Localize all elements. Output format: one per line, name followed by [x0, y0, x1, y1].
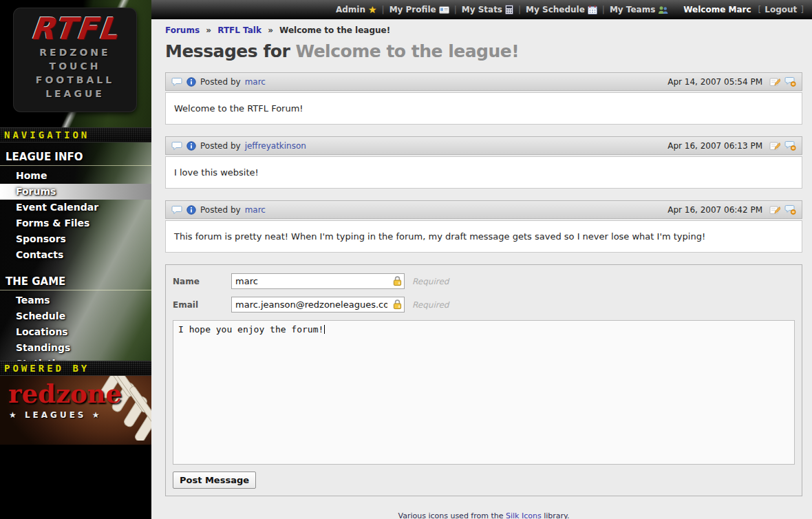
league-logo-acronym: RTFL	[29, 12, 120, 45]
message-textarea[interactable]: I hope you enjoy the forum!	[173, 320, 795, 465]
topbar-separator: |	[518, 5, 521, 14]
message-timestamp: Apr 16, 2007 06:42 PM	[667, 205, 762, 215]
topbar-admin-link[interactable]: Admin ★	[336, 4, 377, 15]
sidebar-nav: LEAGUE INFO Home Forums Event Calendar F…	[0, 142, 151, 361]
topbar-separator: |	[454, 5, 457, 14]
message-header: Posted by marc Apr 14, 2007 05:54 PM	[165, 72, 802, 91]
required-hint: Required	[412, 300, 449, 310]
name-label: Name	[173, 277, 231, 286]
email-row: Email Required	[173, 297, 795, 313]
breadcrumb-forums-link[interactable]: Forums	[165, 25, 200, 35]
sidebar-item-teams[interactable]: Teams	[0, 293, 151, 308]
text-caret	[324, 325, 325, 334]
topbar-my-profile-label: My Profile	[389, 5, 436, 14]
delete-comment-button[interactable]	[784, 204, 796, 215]
reply-form: Name Required Email Required I hope you	[165, 264, 802, 496]
posted-by-label: Posted by	[200, 141, 241, 151]
page-title-topic: Welcome to the league!	[295, 41, 519, 61]
logout-bracket: ]	[800, 5, 804, 14]
page-title-prefix: Messages for	[165, 41, 295, 61]
footer-line-icons: Various icons used from the Silk Icons l…	[165, 508, 802, 519]
name-input-wrap	[231, 273, 405, 289]
posted-by-label: Posted by	[200, 77, 241, 87]
sidebar-item-sponsors[interactable]: Sponsors	[0, 231, 151, 247]
edit-message-button[interactable]	[769, 77, 780, 87]
league-logo[interactable]: RTFL REDZONE TOUCH FOOTBALL LEAGUE	[14, 8, 136, 112]
message-author-link[interactable]: marc	[245, 77, 266, 87]
league-logo-line: FOOTBALL	[14, 73, 136, 87]
sidebar-item-locations[interactable]: Locations	[0, 324, 151, 340]
nav-section-the-game: THE GAME	[0, 271, 151, 290]
welcome-user-label: Welcome Marc	[683, 5, 751, 14]
topbar-my-schedule-link[interactable]: My Schedule	[526, 5, 597, 14]
message-body: Welcome to the RTFL Forum!	[165, 92, 802, 125]
delete-comment-button[interactable]	[784, 76, 796, 87]
delete-comment-button[interactable]	[784, 140, 796, 151]
topbar-my-teams-link[interactable]: My Teams	[610, 5, 668, 14]
message-author-link[interactable]: jeffreyatkinson	[245, 141, 306, 151]
content-area: Forums » RTFL Talk » Welcome to the leag…	[151, 19, 812, 519]
message-header: Posted by marc Apr 16, 2007 06:42 PM	[165, 200, 802, 219]
sidebar-item-event-calendar[interactable]: Event Calendar	[0, 200, 151, 215]
edit-message-button[interactable]	[769, 205, 780, 215]
sidebar-filler	[0, 445, 151, 519]
topbar-my-stats-link[interactable]: My Stats	[462, 5, 513, 14]
message-author-link[interactable]: marc	[245, 205, 266, 215]
page-title: Messages for Welcome to the league!	[165, 41, 802, 61]
footer-text: Various icons used from the	[398, 511, 506, 519]
message-header: Posted by jeffreyatkinson Apr 16, 2007 0…	[165, 136, 802, 155]
sidebar-item-standings[interactable]: Standings	[0, 340, 151, 356]
redzone-leagues-logo[interactable]: redzone ★ LEAGUES ★	[0, 376, 151, 445]
post-message-button[interactable]: Post Message	[173, 472, 256, 489]
logout-button[interactable]: Logout	[765, 5, 797, 14]
breadcrumb-separator: »	[206, 25, 211, 35]
sidebar-logo-area: RTFL REDZONE TOUCH FOOTBALL LEAGUE	[0, 0, 151, 127]
breadcrumb-rtfl-talk-link[interactable]: RTFL Talk	[217, 25, 261, 35]
breadcrumb: Forums » RTFL Talk » Welcome to the leag…	[165, 25, 802, 35]
comment-delete-icon	[784, 204, 796, 215]
breadcrumb-separator: »	[268, 25, 273, 35]
redzone-leagues-text: ★ LEAGUES ★	[9, 410, 102, 420]
message-draft-text: I hope you enjoy the forum!	[178, 324, 323, 335]
message-post: Posted by marc Apr 16, 2007 06:42 PM Thi…	[165, 200, 802, 253]
league-logo-line: REDZONE	[14, 45, 136, 59]
sidebar-item-schedule[interactable]: Schedule	[0, 308, 151, 324]
email-input-wrap	[231, 297, 405, 313]
edit-icon	[769, 205, 780, 215]
message-timestamp: Apr 14, 2007 05:54 PM	[667, 77, 762, 87]
navigation-marquee: NAVIGATION	[0, 127, 151, 142]
league-logo-line: LEAGUE	[14, 87, 136, 100]
calculator-icon	[505, 5, 513, 14]
message-body: This forum is pretty neat! When I'm typi…	[165, 220, 802, 253]
message-post: Posted by jeffreyatkinson Apr 16, 2007 0…	[165, 136, 802, 189]
comment-delete-icon	[784, 140, 796, 151]
sidebar-item-home[interactable]: Home	[0, 168, 151, 184]
email-input[interactable]	[231, 297, 405, 313]
group-icon	[658, 6, 668, 14]
league-logo-line: TOUCH	[14, 59, 136, 73]
sidebar: RTFL REDZONE TOUCH FOOTBALL LEAGUE NAVIG…	[0, 0, 151, 519]
main-area: Admin ★ | My Profile | My Stats | My Sch…	[151, 0, 812, 519]
message-body: I love this website!	[165, 156, 802, 189]
edit-icon	[769, 141, 780, 151]
breadcrumb-current: Welcome to the league!	[279, 25, 390, 35]
topbar-my-profile-link[interactable]: My Profile	[389, 5, 449, 14]
email-label: Email	[173, 300, 231, 310]
sidebar-item-forms-files[interactable]: Forms & Files	[0, 215, 151, 231]
edit-message-button[interactable]	[769, 141, 780, 151]
powered-by-marquee: POWERED BY	[0, 361, 151, 376]
comment-icon	[171, 205, 182, 215]
name-input[interactable]	[231, 273, 405, 289]
page-footer: Various icons used from the Silk Icons l…	[165, 508, 802, 519]
sidebar-item-forums[interactable]: Forums	[0, 184, 151, 200]
nav-section-league-info: LEAGUE INFO	[0, 147, 151, 166]
info-icon[interactable]	[186, 141, 196, 151]
topbar-my-teams-label: My Teams	[610, 5, 655, 14]
star-icon: ★	[368, 4, 377, 15]
silk-icons-link[interactable]: Silk Icons	[506, 511, 542, 519]
vcard-icon	[439, 6, 449, 14]
footer-text: library.	[542, 511, 570, 519]
sidebar-item-contacts[interactable]: Contacts	[0, 247, 151, 263]
info-icon[interactable]	[186, 205, 196, 215]
info-icon[interactable]	[186, 77, 196, 87]
